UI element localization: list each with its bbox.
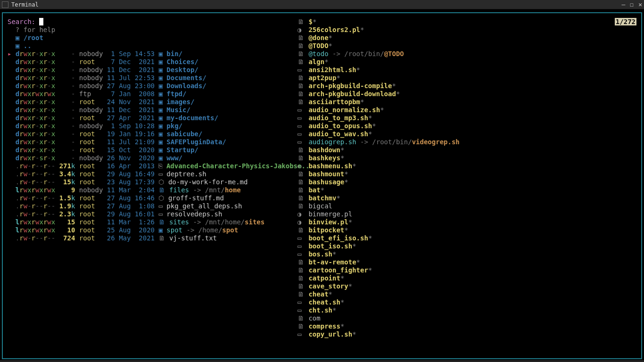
file-row[interactable]: ▭ ansi2html.sh* — [297, 66, 636, 74]
file-row[interactable]: ◑ binview.pl* — [297, 218, 636, 226]
file-row[interactable]: 🗎 bat* — [297, 186, 636, 194]
file-row[interactable]: .rw-r--r-- 2.3k root 29 Aug 16:01 ▭ reso… — [8, 210, 293, 218]
file-row[interactable]: drwxr-xr-x - root 7 Dec 2021 ▣ Choices/ — [8, 58, 293, 66]
file-row[interactable]: .rw-r--r-- 724 root 26 May 2021 🗎 vj-stu… — [8, 234, 293, 242]
file-row[interactable]: 🗎 bt-av-remote* — [297, 258, 636, 266]
file-row[interactable]: drwxr-xr-x - root 11 Jul 21:09 ▣ SAFEPlu… — [8, 138, 293, 146]
terminal-frame: 1/272 Search: ? for help ▣ /root ▣ .. ▸ … — [2, 12, 642, 359]
item-counter: 1/272 — [615, 18, 636, 25]
file-row[interactable]: 🗎 cave_story* — [297, 282, 636, 290]
file-row[interactable]: drwxr-xr-x - nobody 11 Dec 2021 ▣ Music/ — [8, 106, 293, 114]
file-row[interactable]: 🗎 @done* — [297, 34, 636, 42]
right-pane: 🗎 $*◑ 256colors2.pl*🗎 @done*🗎 @TODO*🗎 @t… — [297, 18, 636, 354]
file-row[interactable]: lrwxrwxrwx 15 root 11 Mar 1:26 🗎 sites -… — [8, 218, 293, 226]
file-row[interactable]: 🗎 cheat* — [297, 290, 636, 298]
file-row[interactable]: ▸ drwxr-xr-x - nobody 1 Sep 14:53 ▣ bin/ — [8, 50, 293, 58]
file-row[interactable]: drwxr-xr-x - root 15 Oct 2020 ▣ Startup/ — [8, 146, 293, 154]
file-row[interactable]: ◑ 256colors2.pl* — [297, 26, 636, 34]
left-pane: Search: ? for help ▣ /root ▣ .. ▸ drwxr-… — [8, 18, 293, 354]
titlebar: Terminal — ☐ ✕ — [0, 0, 644, 9]
file-row[interactable]: 🗎 apt2pup* — [297, 74, 636, 82]
file-row[interactable]: 🗎 bashusage* — [297, 178, 636, 186]
file-row[interactable]: 🗎 batchmv* — [297, 194, 636, 202]
file-row[interactable]: 🗎 algn* — [297, 58, 636, 66]
file-row[interactable]: ▭ audio_normalize.sh* — [297, 106, 636, 114]
file-row[interactable]: lrwxrwxrwx 10 root 25 Aug 2020 ▣ spot ->… — [8, 226, 293, 234]
file-row[interactable]: 🗎 cartoon_fighter* — [297, 266, 636, 274]
help-text: ? for help — [8, 26, 293, 34]
file-row[interactable]: ▭ bashmenu.sh* — [297, 162, 636, 170]
file-row[interactable]: lrwxrwxrwx 9 nobody 11 Mar 2:04 🗎 files … — [8, 186, 293, 194]
file-row[interactable]: 🗎 arch-pkgbuild-compile* — [297, 82, 636, 90]
close-button[interactable]: ✕ — [638, 1, 642, 8]
file-row[interactable]: ▭ audio_to_opus.sh* — [297, 122, 636, 130]
file-row[interactable]: ◑ binmerge.pl — [297, 210, 636, 218]
file-row[interactable]: ▭ copy_url.sh* — [297, 330, 636, 338]
search-line[interactable]: Search: — [8, 18, 293, 26]
file-row[interactable]: 🗎 bashmount* — [297, 170, 636, 178]
search-cursor — [39, 18, 43, 25]
app-icon — [2, 1, 8, 8]
file-row[interactable]: 🗎 asciiarttopbm* — [297, 98, 636, 106]
file-row[interactable]: 🗎 bitpocket* — [297, 226, 636, 234]
maximize-button[interactable]: ☐ — [630, 1, 634, 8]
file-row[interactable]: 🗎 bashdown* — [297, 146, 636, 154]
file-row[interactable]: ▭ cheat.sh* — [297, 298, 636, 306]
file-row[interactable]: drwxrwxrwx - ftp 7 Jan 2008 ▣ ftpd/ — [8, 90, 293, 98]
file-row[interactable]: .rw-r--r-- 271k root 16 Apr 2013 ⎘ Advan… — [8, 162, 293, 170]
file-row[interactable]: 🗎 bigcal — [297, 202, 636, 210]
minimize-button[interactable]: — — [622, 1, 626, 8]
file-row[interactable]: .rw-r--r-- 1.5k root 27 Aug 16:46 ⬡ grof… — [8, 194, 293, 202]
path-up[interactable]: ▣ .. — [8, 42, 293, 50]
file-row[interactable]: ▭ boot_iso.sh* — [297, 242, 636, 250]
file-row[interactable]: drwxr-xr-x - nobody 11 Jul 22:53 ▣ Docum… — [8, 74, 293, 82]
file-row[interactable]: drwxr-xr-x - root 24 Nov 2021 ▣ images/ — [8, 98, 293, 106]
bottom-scrollbar[interactable] — [0, 360, 644, 362]
file-row[interactable]: 🗎 compress* — [297, 322, 636, 330]
file-row[interactable]: 🗎 com — [297, 314, 636, 322]
file-row[interactable]: ▭ cht.sh* — [297, 306, 636, 314]
file-row[interactable]: 🗎 catpoint* — [297, 274, 636, 282]
file-row[interactable]: 🗎 @todo -> /root/bin/@TODO — [297, 50, 636, 58]
file-row[interactable]: 🗎 bashkeys* — [297, 154, 636, 162]
file-row[interactable]: .rw-r--r-- 15k root 23 Aug 17:39 ⬡ do-my… — [8, 178, 293, 186]
window-title: Terminal — [11, 1, 622, 8]
file-row[interactable]: ▭ audiogrep.sh -> /root/bin/videogrep.sh — [297, 138, 636, 146]
file-row[interactable]: drwxr-xr-x - nobody 11 Dec 2021 ▣ Deskto… — [8, 66, 293, 74]
file-row[interactable]: 🗎 @TODO* — [297, 42, 636, 50]
file-row[interactable]: .rw-r--r-- 3.4k root 29 Aug 16:49 ▭ dept… — [8, 170, 293, 178]
file-row[interactable]: ▭ audio_to_mp3.sh* — [297, 114, 636, 122]
file-row[interactable]: drwxr-xr-x - nobody 1 Sep 10:28 ▣ pkg/ — [8, 122, 293, 130]
path-root[interactable]: ▣ /root — [8, 34, 293, 42]
file-row[interactable]: drwxr-xr-x - root 19 Jan 19:16 ▣ sabicub… — [8, 130, 293, 138]
file-row[interactable]: .rw-r--r-- 1.9k root 27 Aug 1:08 ▭ pkg_g… — [8, 202, 293, 210]
file-row[interactable]: drwxr-sr-x - nobody 26 Nov 2020 ▣ www/ — [8, 154, 293, 162]
file-row[interactable]: 🗎 $* — [297, 18, 636, 26]
file-row[interactable]: ▭ boot_efi_iso.sh* — [297, 234, 636, 242]
file-row[interactable]: 🗎 arch-pkgbuild-download* — [297, 90, 636, 98]
file-row[interactable]: drwxr-xr-x - root 27 Apr 2021 ▣ my-docum… — [8, 114, 293, 122]
file-row[interactable]: ▭ audio_to_wav.sh* — [297, 130, 636, 138]
file-row[interactable]: ▭ bos.sh* — [297, 250, 636, 258]
file-row[interactable]: drwxr-xr-x - nobody 27 Aug 23:00 ▣ Downl… — [8, 82, 293, 90]
